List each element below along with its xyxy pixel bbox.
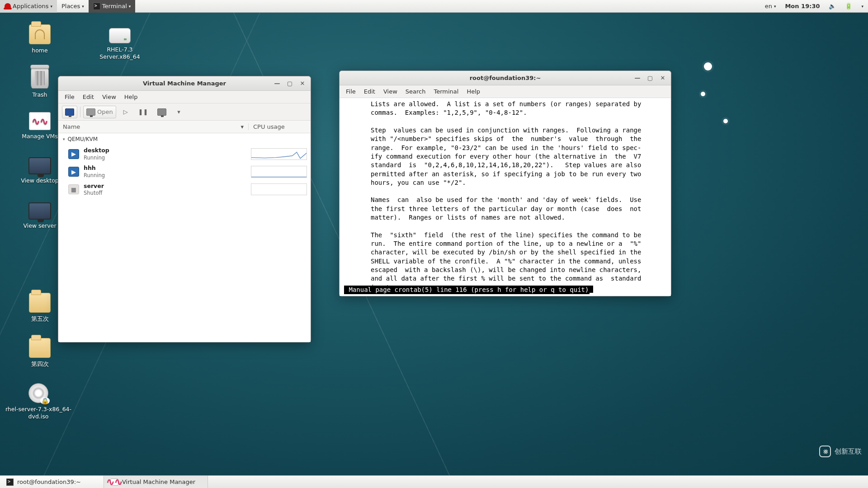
vm-row[interactable]: ■serverShutoff (58, 181, 311, 198)
clock-label: Mon 19:30 (785, 3, 820, 9)
folder-home-icon (29, 24, 51, 44)
new-vm-button[interactable] (62, 106, 77, 118)
close-button[interactable]: ✕ (297, 78, 308, 88)
connection-label: QEMU/KVM (68, 136, 98, 142)
menu-file[interactable]: File (342, 87, 359, 96)
clock[interactable]: Mon 19:30 (780, 0, 824, 13)
terminal-icon (93, 3, 100, 10)
terminal-icon (6, 479, 14, 486)
pause-button[interactable]: ❚❚ (135, 106, 151, 118)
shutdown-button[interactable] (154, 106, 170, 118)
menu-help[interactable]: Help (463, 87, 484, 96)
play-icon: ▶ (68, 149, 79, 159)
play-icon: ▶ (68, 167, 79, 177)
drive-icon (109, 28, 131, 43)
menu-terminal[interactable]: Terminal (430, 87, 462, 96)
chevron-down-icon: ▾ (82, 4, 84, 9)
desktop-icon-iso[interactable]: rhel-server-7.3-x86_64-dvd.iso (5, 383, 72, 420)
titlebar[interactable]: Virtual Machine Manager — ▢ ✕ (58, 76, 311, 91)
label: en (765, 3, 772, 9)
vm-state: Running (84, 155, 105, 161)
chevron-down-icon: ▾ (129, 4, 131, 9)
vm-meta: serverShutoff (84, 183, 246, 197)
menu-terminal-active[interactable]: Terminal▾ (89, 0, 135, 13)
shutdown-menu-button[interactable]: ▾ (172, 106, 186, 118)
volume-icon[interactable]: 🔈 (824, 0, 840, 13)
menu-edit[interactable]: Edit (79, 92, 98, 102)
titlebar[interactable]: root@foundation39:~ — ▢ ✕ (340, 71, 671, 85)
watermark-logo-icon: ⨳ (819, 446, 831, 457)
chevron-down-icon: ▾ (774, 4, 776, 9)
minimize-button[interactable]: — (632, 73, 643, 83)
vmm-icon (29, 112, 51, 130)
chevron-down-icon: ▾ (50, 4, 52, 9)
desktop-icon-home[interactable]: home (13, 24, 67, 54)
battery-icon[interactable]: 🔋 (840, 0, 857, 13)
window-vmm[interactable]: Virtual Machine Manager — ▢ ✕ File Edit … (58, 76, 311, 343)
monitor-icon (86, 108, 95, 116)
window-terminal[interactable]: root@foundation39:~ — ▢ ✕ File Edit View… (339, 70, 671, 296)
maximize-button[interactable]: ▢ (645, 73, 656, 83)
menu-edit[interactable]: Edit (360, 87, 379, 96)
watermark-label: 创新互联 (835, 447, 862, 456)
label: Virtual Machine Manager (122, 479, 195, 485)
wallpaper-node-icon (701, 92, 705, 96)
separator (80, 107, 80, 117)
vm-row[interactable]: ▶desktopRunning (58, 145, 311, 163)
minimize-button[interactable]: — (272, 78, 283, 88)
disc-iso-icon (28, 383, 48, 403)
chevron-down-icon: ▾ (177, 108, 180, 115)
menu-help[interactable]: Help (121, 92, 142, 102)
desktop[interactable]: home RHEL-7.3 Server.x86_64 Trash Manage… (0, 13, 868, 475)
col-name[interactable]: Name (63, 123, 80, 130)
wallpaper-node-icon (704, 62, 712, 70)
column-headers: Name▾ CPU usage (58, 121, 311, 133)
menu-places[interactable]: Places▾ (57, 0, 89, 13)
label: RHEL-7.3 Server.x86_64 (86, 46, 154, 60)
vm-state: Shutoff (84, 190, 102, 196)
cpu-sparkline (251, 183, 307, 195)
taskbar-item-vmm[interactable]: Virtual Machine Manager (104, 476, 208, 488)
connection-row[interactable]: ▾QEMU/KVM (58, 133, 311, 145)
system-menu-icon[interactable]: ▾ (857, 0, 868, 13)
maximize-button[interactable]: ▢ (284, 78, 295, 88)
terminal-output[interactable]: Lists are allowed. A list is a set of nu… (340, 98, 671, 296)
vm-name: hhh (84, 164, 96, 171)
window-title: Virtual Machine Manager (143, 80, 226, 87)
bottom-panel: root@foundation39:~ Virtual Machine Mana… (0, 475, 868, 488)
vmm-icon (110, 479, 118, 486)
open-console-button[interactable]: Open (83, 106, 116, 118)
input-language-indicator[interactable]: en▾ (760, 0, 781, 13)
top-panel: Applications▾ Places▾ Terminal▾ en▾ Mon … (0, 0, 868, 13)
vm-meta: desktopRunning (84, 147, 246, 161)
vm-row[interactable]: ▶hhhRunning (58, 163, 311, 180)
man-status-line: Manual page crontab(5) line 116 (press h… (344, 286, 666, 294)
expander-icon[interactable]: ▾ (63, 137, 65, 141)
desktop-icon-folder4[interactable]: 第四次 (13, 338, 67, 368)
distro-hat-icon (5, 3, 11, 9)
man-page-text: Lists are allowed. A list is a set of nu… (344, 100, 641, 291)
menubar: File Edit View Search Terminal Help (340, 85, 671, 98)
display-icon (28, 157, 51, 174)
label: rhel-server-7.3-x86_64-dvd.iso (5, 406, 72, 420)
menu-applications[interactable]: Applications▾ (0, 0, 57, 13)
label: Applications (13, 3, 48, 9)
menu-view[interactable]: View (99, 92, 120, 102)
vm-meta: hhhRunning (84, 164, 246, 178)
menu-search[interactable]: Search (402, 87, 429, 96)
wallpaper-node-icon (723, 119, 728, 123)
desktop-icon-rhel-drive[interactable]: RHEL-7.3 Server.x86_64 (86, 24, 154, 60)
cpu-sparkline (251, 148, 307, 160)
menu-file[interactable]: File (61, 92, 78, 102)
folder-icon (29, 338, 51, 358)
sort-desc-icon[interactable]: ▾ (241, 123, 244, 130)
menu-view[interactable]: View (380, 87, 401, 96)
taskbar-item-terminal[interactable]: root@foundation39:~ (0, 476, 104, 488)
play-button[interactable]: ▷ (119, 106, 132, 118)
col-cpu[interactable]: CPU usage (248, 123, 311, 130)
monitor-off-icon (157, 108, 166, 116)
close-button[interactable]: ✕ (657, 73, 668, 83)
label: home (13, 47, 67, 54)
stopped-icon: ■ (68, 184, 79, 194)
vm-state: Running (84, 172, 105, 178)
